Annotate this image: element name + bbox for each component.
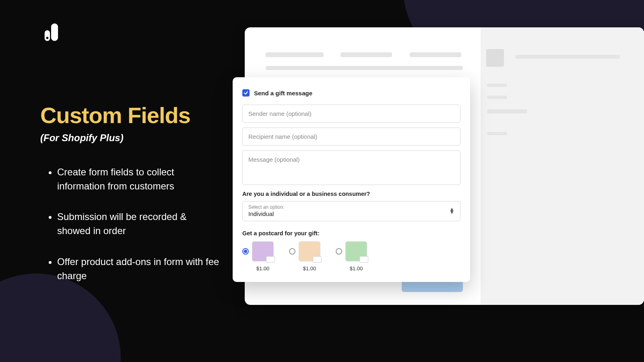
select-value: Individual bbox=[248, 210, 284, 217]
postcard-thumbnail[interactable] bbox=[299, 241, 320, 261]
postcard-option: $1.00 bbox=[289, 241, 320, 272]
postcard-option: $1.00 bbox=[336, 241, 367, 272]
postcard-price: $1.00 bbox=[256, 265, 270, 272]
mock-summary-panel bbox=[481, 27, 644, 305]
consumer-type-select[interactable]: Select an option: Individual ▲▼ bbox=[242, 201, 460, 221]
skeleton-bar bbox=[487, 132, 507, 135]
skeleton-bar bbox=[487, 84, 507, 87]
check-icon bbox=[244, 90, 248, 95]
postcard-radio[interactable] bbox=[289, 248, 295, 255]
skeleton-thumb bbox=[486, 49, 504, 67]
sender-name-input[interactable]: Sender name (optional) bbox=[242, 105, 460, 123]
page-subtitle: (For Shopify Plus) bbox=[40, 132, 221, 144]
skeleton-bar bbox=[487, 96, 507, 99]
skeleton-bar bbox=[266, 52, 324, 57]
postcard-option: $1.00 bbox=[242, 241, 274, 272]
skeleton-bar bbox=[266, 66, 463, 70]
skeleton-bar bbox=[487, 109, 527, 113]
message-textarea[interactable]: Message (optional) bbox=[242, 150, 460, 185]
consumer-type-label: Are you a individual or a business consu… bbox=[242, 191, 460, 197]
recipient-name-input[interactable]: Recipient name (optional) bbox=[242, 128, 460, 146]
postcard-radio[interactable] bbox=[336, 248, 342, 255]
custom-fields-card: Send a gift message Sender name (optiona… bbox=[233, 77, 470, 282]
svg-rect-0 bbox=[51, 23, 58, 41]
feature-list: Create form fields to collect informatio… bbox=[40, 165, 221, 283]
select-caption: Select an option: bbox=[248, 204, 284, 210]
chevron-updown-icon: ▲▼ bbox=[449, 208, 454, 214]
postcard-thumbnail[interactable] bbox=[252, 241, 274, 261]
feature-item: Create form fields to collect informatio… bbox=[57, 165, 221, 193]
postcard-thumbnail[interactable] bbox=[345, 241, 367, 261]
feature-item: Offer product add-ons in form with fee c… bbox=[57, 255, 221, 283]
page-title: Custom Fields bbox=[40, 104, 221, 128]
gift-message-label: Send a gift message bbox=[254, 90, 312, 97]
gift-message-checkbox[interactable] bbox=[242, 89, 250, 97]
postcard-price: $1.00 bbox=[350, 265, 363, 272]
svg-point-2 bbox=[46, 37, 49, 39]
skeleton-bar bbox=[515, 55, 620, 59]
brand-logo bbox=[43, 23, 59, 42]
postcard-options: $1.00 $1.00 $1.00 bbox=[242, 241, 460, 272]
postcard-radio[interactable] bbox=[242, 248, 249, 255]
postcard-label: Get a postcard for your gift: bbox=[242, 230, 460, 237]
svg-rect-1 bbox=[45, 30, 50, 41]
feature-item: Submission will be recorded & showed in … bbox=[57, 210, 221, 238]
skeleton-bar bbox=[410, 52, 461, 57]
skeleton-bar bbox=[341, 52, 392, 57]
postcard-price: $1.00 bbox=[303, 265, 316, 272]
